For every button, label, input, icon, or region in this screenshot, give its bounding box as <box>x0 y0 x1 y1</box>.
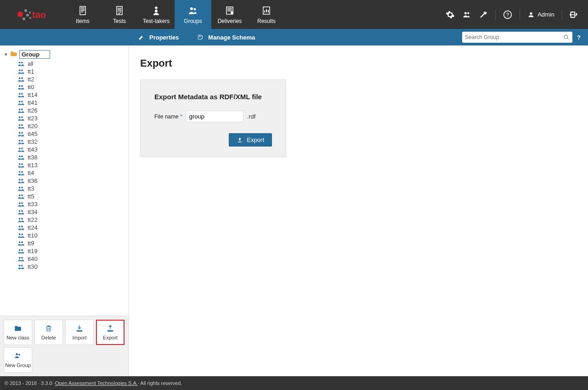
nav-tab-items[interactable]: Items <box>64 0 101 29</box>
tree-item[interactable]: tt20 <box>17 122 127 130</box>
svg-point-27 <box>19 101 21 102</box>
users-icon[interactable] <box>462 10 471 19</box>
footer-link[interactable]: Open Assessment Technologies S.A. <box>55 380 138 386</box>
tree-item[interactable]: tt34 <box>17 208 127 216</box>
search-icon[interactable] <box>563 34 570 40</box>
user-menu[interactable]: Admin <box>527 11 554 18</box>
tree-item[interactable]: tt33 <box>17 200 127 208</box>
export-button[interactable]: Export <box>229 133 272 147</box>
nav-tab-results[interactable]: Results <box>248 0 285 29</box>
svg-point-35 <box>19 132 21 134</box>
svg-point-34 <box>21 124 23 126</box>
tree-item[interactable]: tt3 <box>17 185 127 192</box>
nav-tab-tests[interactable]: Tests <box>101 0 138 29</box>
tree-item[interactable]: tt0 <box>17 83 127 91</box>
sub-bar: PropertiesManage Schema ? <box>0 29 588 45</box>
tree-item[interactable]: tt14 <box>17 91 127 99</box>
tree-item[interactable]: all <box>17 60 127 68</box>
tree-item[interactable]: tt23 <box>17 114 127 122</box>
svg-point-33 <box>19 124 21 126</box>
tree-item[interactable]: tt1 <box>17 68 127 75</box>
svg-point-1 <box>24 9 27 12</box>
tree-item[interactable]: tt41 <box>17 99 127 107</box>
subbar-manage-schema[interactable]: Manage Schema <box>197 34 255 41</box>
svg-point-0 <box>17 11 23 17</box>
svg-point-3 <box>23 17 25 20</box>
svg-point-47 <box>19 179 21 181</box>
svg-point-71 <box>16 353 18 356</box>
search-input[interactable] <box>465 34 563 40</box>
wrench-icon[interactable] <box>479 10 488 19</box>
tree-item[interactable]: tt13 <box>17 161 127 169</box>
group-icon <box>17 147 25 153</box>
tree-item[interactable]: tt38 <box>17 153 127 161</box>
tree-item[interactable]: tt43 <box>17 146 127 153</box>
tree-item[interactable]: tt24 <box>17 224 127 232</box>
user-label: Admin <box>537 11 554 18</box>
tao-logo[interactable]: tao <box>0 4 64 25</box>
tree-item[interactable]: tt22 <box>17 216 127 224</box>
tree-item[interactable]: tt9 <box>17 239 127 247</box>
svg-point-67 <box>19 257 21 259</box>
gear-icon[interactable] <box>446 10 455 19</box>
svg-point-5 <box>29 17 31 19</box>
tree-item[interactable]: tt45 <box>17 130 127 138</box>
action-new-class[interactable]: New class <box>4 320 32 345</box>
action-new-group[interactable]: New Group <box>4 347 32 373</box>
group-icon <box>17 61 25 67</box>
action-import[interactable]: Import <box>65 320 94 345</box>
svg-point-49 <box>19 187 21 188</box>
svg-point-40 <box>21 147 23 149</box>
tree-item[interactable]: tt32 <box>17 138 127 146</box>
help-icon[interactable]: ? <box>503 10 512 19</box>
group-icon <box>17 155 25 160</box>
footer: © 2013 - 2018 · 3.3.0 · Open Assessment … <box>0 376 588 390</box>
nav-tab-testtakers[interactable]: Test-takers <box>138 0 175 29</box>
svg-point-10 <box>231 11 233 14</box>
filename-ext: .rdf <box>247 113 256 120</box>
svg-point-69 <box>19 265 21 266</box>
tree-item[interactable]: tt4 <box>17 169 127 177</box>
action-export[interactable]: Export <box>96 320 124 345</box>
tree-item[interactable]: tt30 <box>17 263 127 271</box>
group-icon <box>17 202 25 207</box>
subbar-properties[interactable]: Properties <box>138 34 179 41</box>
nav-tab-groups[interactable]: Groups <box>175 0 211 29</box>
svg-point-63 <box>19 241 21 243</box>
tree-root-label[interactable]: Group <box>19 50 50 59</box>
tree-item[interactable]: tt19 <box>17 247 127 255</box>
actions-panel: New classDeleteImportExportNew Group <box>0 316 129 376</box>
svg-point-36 <box>21 132 23 134</box>
group-icon <box>17 92 25 98</box>
svg-point-17 <box>19 62 21 63</box>
nav-tab-deliveries[interactable]: Deliveries <box>211 0 248 29</box>
svg-point-31 <box>19 116 21 118</box>
svg-point-18 <box>21 62 23 63</box>
group-icon <box>17 170 25 176</box>
tree-item[interactable]: tt2 <box>17 75 127 83</box>
svg-point-64 <box>21 241 23 243</box>
tree-expander[interactable]: ▼ <box>4 52 8 57</box>
group-icon <box>17 256 25 262</box>
group-icon <box>17 225 25 231</box>
svg-point-38 <box>21 140 23 141</box>
tree-item[interactable]: tt5 <box>17 192 127 200</box>
tree-item[interactable]: tt36 <box>17 177 127 185</box>
svg-point-20 <box>21 69 23 71</box>
action-delete[interactable]: Delete <box>34 320 63 345</box>
svg-point-46 <box>21 171 23 173</box>
subbar-help[interactable]: ? <box>577 34 582 41</box>
tree-item[interactable]: tt10 <box>17 232 127 239</box>
filename-label: File name * <box>154 113 182 120</box>
svg-point-61 <box>19 233 21 235</box>
search-box[interactable] <box>462 32 572 43</box>
svg-point-58 <box>21 218 23 220</box>
svg-point-8 <box>190 7 193 10</box>
filename-input[interactable] <box>186 111 243 122</box>
tree-item[interactable]: tt40 <box>17 255 127 263</box>
card-title: Export Metadata as RDF/XML file <box>154 93 272 101</box>
svg-point-22 <box>21 77 23 79</box>
svg-point-57 <box>19 218 21 220</box>
logout-icon[interactable] <box>570 10 579 19</box>
tree-item[interactable]: tt26 <box>17 107 127 114</box>
